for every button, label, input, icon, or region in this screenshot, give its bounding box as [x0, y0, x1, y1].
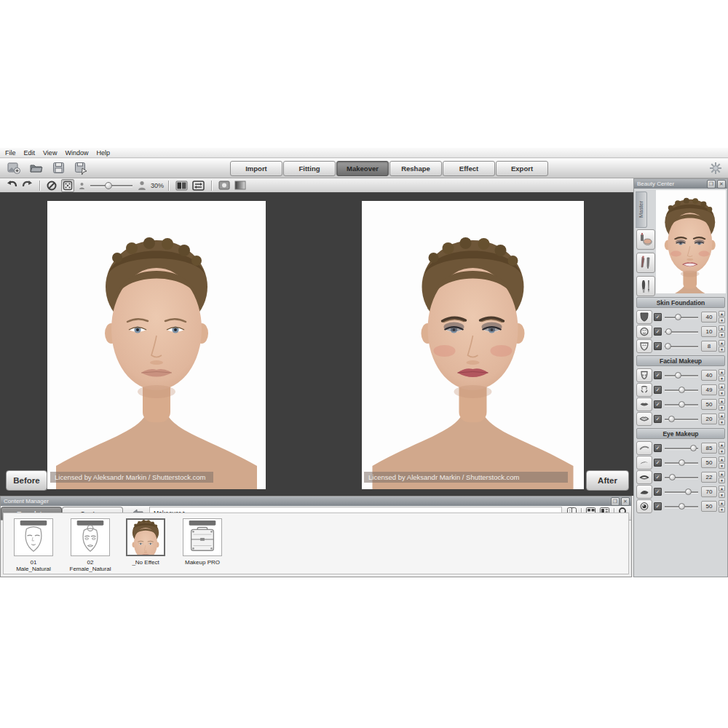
foundation-checkbox[interactable]: ✓: [654, 313, 662, 321]
contour-spinner[interactable]: ▲▼: [719, 384, 725, 395]
add-photo-icon[interactable]: [6, 161, 21, 175]
teeth-whitening-checkbox[interactable]: ✓: [654, 415, 662, 423]
slider-thumb[interactable]: [690, 445, 697, 451]
eye-color-checkbox[interactable]: ✓: [654, 502, 662, 510]
eyeliner-slider[interactable]: [665, 473, 698, 481]
blush-checkbox[interactable]: ✓: [654, 371, 662, 379]
tab-master[interactable]: Master: [636, 191, 647, 228]
slider-thumb[interactable]: [675, 314, 681, 320]
blush-value[interactable]: 40: [701, 370, 717, 381]
slider-thumb[interactable]: [678, 503, 685, 510]
open-folder-icon[interactable]: [28, 161, 44, 175]
skin-tone-icon[interactable]: [636, 325, 652, 339]
slider-thumb[interactable]: [685, 488, 692, 495]
contour-value[interactable]: 49: [701, 384, 717, 395]
blush-icon[interactable]: [636, 368, 652, 382]
slider-thumb[interactable]: [665, 328, 672, 335]
lipstick-checkbox[interactable]: ✓: [654, 400, 662, 408]
levels-icon[interactable]: [218, 181, 230, 190]
eyebrow-shape-icon[interactable]: [636, 441, 652, 455]
slider-thumb[interactable]: [675, 372, 681, 379]
foundation-spinner[interactable]: ▲▼: [719, 312, 725, 322]
skin-tone-slider[interactable]: [665, 328, 698, 336]
template-thumbnail[interactable]: [126, 518, 165, 556]
contour-slider[interactable]: [665, 386, 698, 394]
slider-thumb[interactable]: [678, 387, 685, 393]
template-thumbnail[interactable]: [71, 518, 110, 556]
slider-thumb[interactable]: [668, 416, 675, 422]
lipstick-icon[interactable]: [636, 397, 652, 411]
save-as-icon[interactable]: [74, 161, 89, 175]
eyebrow-color-slider[interactable]: [665, 459, 698, 467]
template-item-male-natural[interactable]: 01 Male_Natural: [12, 518, 55, 572]
menu-file[interactable]: File: [5, 149, 16, 157]
skin-tone-spinner[interactable]: ▲▼: [719, 326, 725, 336]
menu-view[interactable]: View: [43, 149, 57, 157]
template-item-makeup-pro[interactable]: Makeup PRO: [181, 518, 223, 566]
eyebrow-color-checkbox[interactable]: ✓: [654, 459, 662, 467]
lipstick-spinner[interactable]: ▲▼: [719, 399, 725, 409]
menu-help[interactable]: Help: [96, 149, 110, 157]
eyebrow-shape-checkbox[interactable]: ✓: [654, 444, 662, 452]
eyeshadow-value[interactable]: 70: [701, 486, 717, 497]
skin-tone-checkbox[interactable]: ✓: [654, 328, 662, 336]
save-icon[interactable]: [51, 161, 66, 175]
eye-color-icon[interactable]: [636, 499, 652, 513]
menu-window[interactable]: Window: [65, 149, 88, 157]
redo-icon[interactable]: [22, 181, 33, 190]
teeth-whitening-slider[interactable]: [665, 415, 698, 423]
zoom-slider[interactable]: [90, 182, 132, 189]
slider-thumb[interactable]: [678, 401, 685, 408]
compare-view-icon[interactable]: [175, 181, 188, 191]
after-button[interactable]: After: [586, 470, 629, 491]
template-thumbnail[interactable]: [183, 518, 222, 556]
foundation-icon[interactable]: [636, 310, 652, 324]
template-thumbnail[interactable]: [14, 518, 53, 556]
panel-restore-icon[interactable]: ❐: [611, 497, 620, 506]
slider-thumb[interactable]: [669, 474, 676, 480]
eyeliner-value[interactable]: 22: [701, 472, 717, 483]
contour-icon[interactable]: [636, 383, 652, 397]
lipstick-slider[interactable]: [665, 400, 698, 408]
eyeliner-spinner[interactable]: ▲▼: [719, 472, 725, 482]
undo-icon[interactable]: [7, 181, 17, 190]
foundation-value[interactable]: 40: [701, 312, 717, 323]
contour-checkbox[interactable]: ✓: [654, 386, 662, 394]
eye-color-value[interactable]: 50: [701, 501, 717, 512]
eyebrow-color-value[interactable]: 50: [701, 457, 717, 468]
eyeshadow-slider[interactable]: [665, 488, 698, 496]
foundation-kit-icon[interactable]: [636, 229, 655, 250]
brush-kit-icon[interactable]: [636, 276, 655, 296]
tab-fitting[interactable]: Fitting: [283, 161, 336, 176]
template-item-no-effect[interactable]: _No Effect: [124, 518, 167, 566]
eyeshadow-spinner[interactable]: ▲▼: [719, 486, 725, 496]
blush-spinner[interactable]: ▲▼: [719, 370, 725, 380]
panel-close-icon[interactable]: ✕: [621, 497, 630, 506]
before-button[interactable]: Before: [6, 470, 47, 491]
teeth-whitening-spinner[interactable]: ▲▼: [719, 414, 725, 424]
tab-makeover[interactable]: Makeover: [336, 161, 389, 176]
lipstick-value[interactable]: 50: [701, 399, 717, 410]
swap-view-icon[interactable]: [192, 181, 205, 191]
eyebrow-color-spinner[interactable]: ▲▼: [719, 457, 725, 467]
eyebrow-color-icon[interactable]: [636, 456, 652, 470]
makeup-pencils-icon[interactable]: [636, 253, 655, 273]
tab-reshape[interactable]: Reshape: [389, 161, 442, 176]
eyeliner-icon[interactable]: [636, 470, 652, 484]
skin-smooth-value[interactable]: 8: [701, 341, 717, 352]
tab-export[interactable]: Export: [496, 161, 548, 176]
fit-view-icon[interactable]: [61, 179, 74, 192]
menu-edit[interactable]: Edit: [24, 149, 36, 157]
eye-color-slider[interactable]: [665, 502, 698, 510]
panel-restore-icon[interactable]: ❐: [707, 180, 716, 189]
teeth-whitening-icon[interactable]: [636, 412, 652, 426]
eyeshadow-checkbox[interactable]: ✓: [654, 488, 662, 496]
eyeliner-checkbox[interactable]: ✓: [654, 473, 662, 481]
blush-slider[interactable]: [665, 371, 698, 379]
eyebrow-shape-value[interactable]: 85: [701, 443, 717, 454]
template-item-female-natural[interactable]: 02 Female_Natural: [69, 518, 111, 572]
tab-import[interactable]: Import: [230, 161, 282, 176]
eyebrow-shape-slider[interactable]: [665, 444, 698, 452]
teeth-whitening-value[interactable]: 20: [701, 414, 717, 424]
eyeshadow-icon[interactable]: [636, 485, 652, 499]
